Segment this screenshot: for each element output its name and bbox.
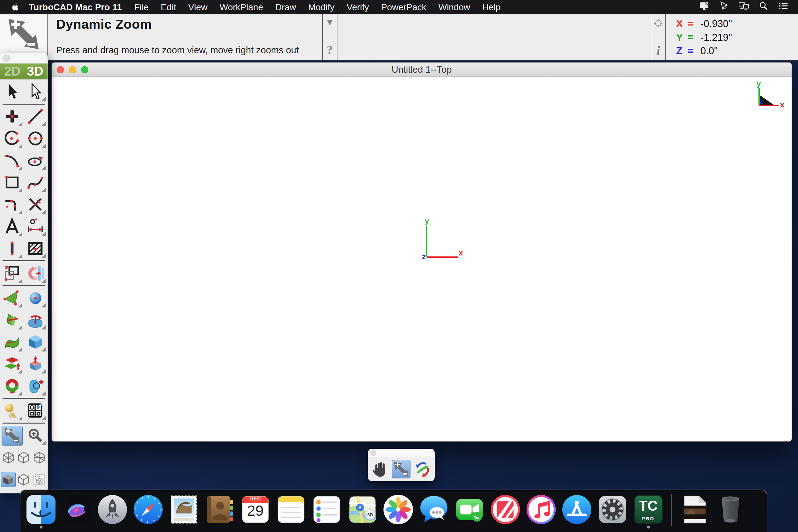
tool-wire-cube-iso[interactable] [1,450,16,466]
apple-menu[interactable] [11,2,22,13]
contacts-dock-icon[interactable] [204,494,235,525]
tool-circle[interactable] [25,129,46,148]
app-menu-title[interactable]: TurboCAD Mac Pro 11 [25,2,128,13]
mode-2d-toggle[interactable]: 2D [4,64,20,78]
menu-powerpack[interactable]: PowerPack [375,2,433,13]
palette-row [1,446,47,469]
tool-intersect[interactable] [25,194,46,214]
collapse-button[interactable]: ▼ [325,17,335,28]
tool-zoom-in[interactable] [25,426,46,445]
viewport-palette-close-button[interactable] [370,450,376,456]
tool-line[interactable] [25,107,46,126]
menu-edit[interactable]: Edit [155,2,182,13]
viewport-tool-orbit[interactable] [413,460,432,478]
turbocad-dock-icon[interactable]: TCPRO [633,494,664,525]
reminders-dock-icon[interactable] [311,494,342,525]
tool-solid-cube[interactable] [1,472,16,487]
viewport-tool-pan-hand[interactable] [371,460,390,478]
siri-dock-icon[interactable] [61,494,92,525]
displays-menubar-icon[interactable] [738,1,749,14]
flyout-indicator [41,279,45,283]
menu-window[interactable]: Window [432,2,476,13]
flyout-indicator [41,441,45,445]
tool-curve[interactable] [2,151,23,170]
menu-view[interactable]: View [182,2,213,13]
safari-dock-icon[interactable] [133,494,164,525]
tool-sphere[interactable] [25,288,46,308]
flyout-indicator [18,303,22,307]
viewport-tool-dynamic-zoom[interactable] [392,460,411,478]
tool-hatch[interactable] [25,239,46,258]
menu-workplane[interactable]: WorkPlane [214,2,269,13]
tool-box[interactable] [25,332,46,352]
crosshair-icon[interactable] [652,18,664,29]
tool-spline[interactable] [25,173,46,192]
tool-rectangle[interactable] [2,173,23,192]
launchpad-dock-icon[interactable] [97,494,128,525]
document-dock-icon[interactable] [679,494,710,525]
palette-titlebar[interactable] [0,53,48,63]
list-menubar-icon[interactable] [778,1,789,14]
tool-mesh-facet[interactable] [2,288,23,308]
palette-close-button[interactable] [3,55,10,61]
tool-wire-cube-plain[interactable] [16,472,31,487]
tool-arc[interactable] [2,129,23,148]
viewport-palette-titlebar[interactable] [368,449,435,457]
tool-text[interactable] [2,216,23,236]
tool-revolve[interactable] [25,310,46,330]
appstore-dock-icon[interactable] [561,494,592,525]
tool-wire-cube-axes[interactable] [32,450,46,466]
tool-boolean-add[interactable] [25,376,46,396]
tool-wire-cube[interactable] [16,450,31,466]
settings-dock-icon[interactable] [597,494,628,525]
menu-draw[interactable]: Draw [269,2,302,13]
finder-dock-icon[interactable] [25,494,56,525]
tool-select-outline[interactable] [25,82,46,101]
tool-dynamic-zoom[interactable] [2,426,23,445]
facetime-dock-icon[interactable] [454,494,485,525]
tool-snap-magnet[interactable] [25,263,46,283]
music-dock-icon[interactable] [526,494,556,525]
tool-loft[interactable] [2,354,23,374]
trash-dock-icon[interactable] [715,494,746,525]
menu-help[interactable]: Help [476,2,507,13]
info-button[interactable]: i [657,43,660,58]
svg-text:x: x [459,248,463,257]
tool-transform[interactable] [2,263,23,283]
flyout-indicator [18,416,22,420]
notes-dock-icon[interactable] [276,494,306,525]
photos-dock-icon[interactable] [383,494,414,525]
zoom-window-button[interactable] [81,66,88,73]
window-title: Untitled 1--Top [52,64,792,75]
close-window-button[interactable] [57,66,64,73]
window-titlebar[interactable]: Untitled 1--Top [52,62,792,77]
maps-dock-icon[interactable]: 3D [347,494,378,525]
messages-dock-icon[interactable] [418,494,450,525]
drawing-canvas[interactable]: y x z y x z [52,77,792,441]
menu-modify[interactable]: Modify [302,2,340,13]
display-menubar-icon[interactable] [699,1,710,14]
menu-file[interactable]: File [128,2,155,13]
mail-dock-icon[interactable] [168,494,200,525]
tool-select[interactable] [2,82,23,101]
tool-segment[interactable] [2,239,23,258]
tool-ellipse[interactable] [25,151,46,170]
mode-3d-toggle[interactable]: 3D [27,64,43,78]
tool-extrude-plane[interactable] [2,310,23,330]
tool-torus[interactable] [2,376,23,396]
calendar-dock-icon[interactable]: DEC29 [240,494,271,525]
tool-push-pull[interactable] [25,354,46,374]
tool-blocks[interactable] [25,401,46,421]
pointer-menubar-icon[interactable] [718,1,730,14]
menu-verify[interactable]: Verify [341,2,375,13]
tool-point[interactable] [2,107,23,126]
help-button[interactable]: ? [327,43,333,57]
search-menubar-icon[interactable] [758,1,769,14]
minimize-window-button[interactable] [69,66,76,73]
tool-render-window[interactable] [32,472,46,487]
tool-dimension[interactable] [25,216,46,236]
tool-materials[interactable] [2,401,23,421]
tool-fillet[interactable] [2,194,23,214]
tool-surface[interactable] [2,332,23,352]
news-dock-icon[interactable] [490,494,521,525]
